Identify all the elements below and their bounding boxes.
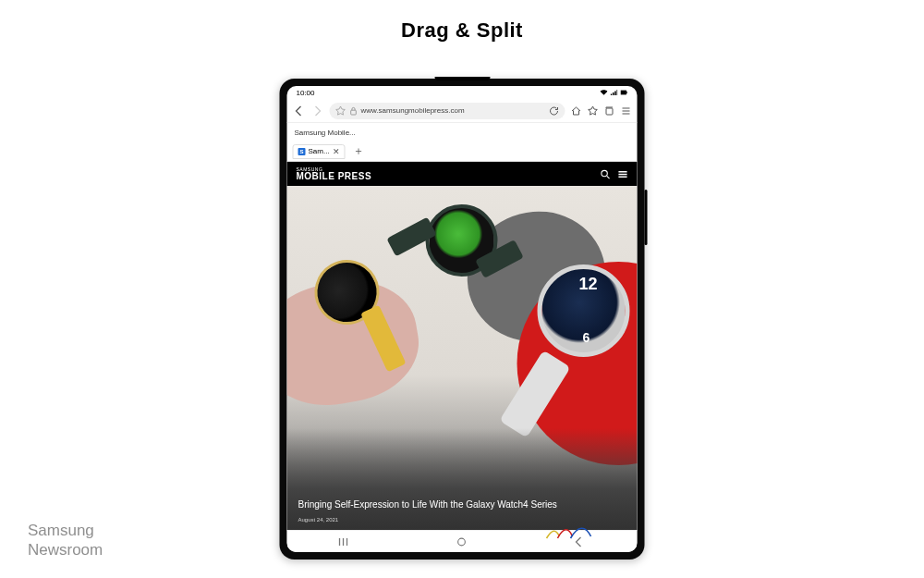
home-icon[interactable] [571, 105, 582, 117]
tab-favicon: S [298, 148, 306, 155]
hamburger-icon[interactable] [618, 169, 628, 179]
tab-label: Sam... [309, 147, 330, 155]
chevron-left-icon [294, 105, 305, 117]
new-tab-button[interactable]: ＋ [349, 143, 368, 159]
site-header: SAMSUNG MOBILE PRESS [287, 162, 638, 186]
watch-numeral-12: 12 [579, 275, 598, 294]
status-bar: 10:00 [287, 86, 638, 99]
site-brand[interactable]: SAMSUNG MOBILE PRESS [297, 167, 372, 181]
site-brand-main: MOBILE PRESS [297, 172, 372, 181]
address-bar[interactable]: www.samsungmobilepress.com [330, 103, 565, 119]
bookmarks-bar: Samsung Mobile... [287, 123, 638, 141]
article-headline: Bringing Self-Expression to Life With th… [298, 499, 626, 510]
bookmark-item[interactable]: Samsung Mobile... [295, 129, 356, 137]
device-frame: 10:00 www.samsungmobilepress.com [280, 79, 645, 560]
back-button[interactable] [293, 105, 306, 117]
search-icon[interactable] [601, 169, 611, 179]
browser-toolbar: www.samsungmobilepress.com [287, 99, 638, 123]
svg-rect-1 [626, 92, 627, 93]
watermark: Samsung Newsroom [28, 522, 103, 560]
svg-point-4 [602, 170, 607, 176]
watch-green [426, 204, 498, 277]
lock-icon [350, 105, 358, 117]
page-title: Drag & Split [0, 18, 924, 43]
recents-button[interactable] [338, 536, 353, 547]
star-outline-icon[interactable] [335, 105, 346, 117]
tab-strip: S Sam... ✕ ＋ [287, 141, 638, 162]
device-notch [434, 77, 490, 80]
watermark-line2: Newsroom [28, 541, 103, 560]
svg-rect-3 [606, 108, 613, 115]
svg-rect-2 [351, 110, 357, 115]
svg-point-5 [458, 538, 466, 546]
reload-icon[interactable] [549, 105, 560, 117]
menu-icon[interactable] [621, 105, 632, 117]
star-icon[interactable] [588, 105, 599, 117]
chevron-right-icon [312, 105, 323, 117]
battery-icon [621, 90, 628, 95]
home-button[interactable] [455, 536, 469, 547]
device-side-button [645, 190, 648, 245]
close-tab-button[interactable]: ✕ [333, 147, 340, 156]
wifi-icon [601, 90, 608, 95]
device-screen: 10:00 www.samsungmobilepress.com [287, 86, 638, 552]
hero-gradient [287, 428, 638, 530]
forward-button[interactable] [311, 105, 324, 117]
status-indicators [601, 90, 628, 95]
watermark-line1: Samsung [28, 522, 103, 540]
hero-article[interactable]: 12 6 Bringing Self-Expression to Life Wi… [287, 186, 638, 530]
system-nav-bar [287, 530, 638, 552]
article-date: August 24, 2021 [298, 517, 339, 523]
url-text: www.samsungmobilepress.com [361, 106, 465, 115]
browser-tab[interactable]: S Sam... ✕ [293, 144, 346, 159]
status-time: 10:00 [297, 89, 315, 97]
watch-silver: 12 6 [538, 264, 630, 357]
watch-numeral-6: 6 [583, 330, 590, 345]
tabs-icon[interactable] [604, 105, 615, 117]
svg-rect-0 [621, 91, 626, 95]
scribble-decoration [545, 527, 601, 540]
signal-icon [611, 90, 618, 95]
